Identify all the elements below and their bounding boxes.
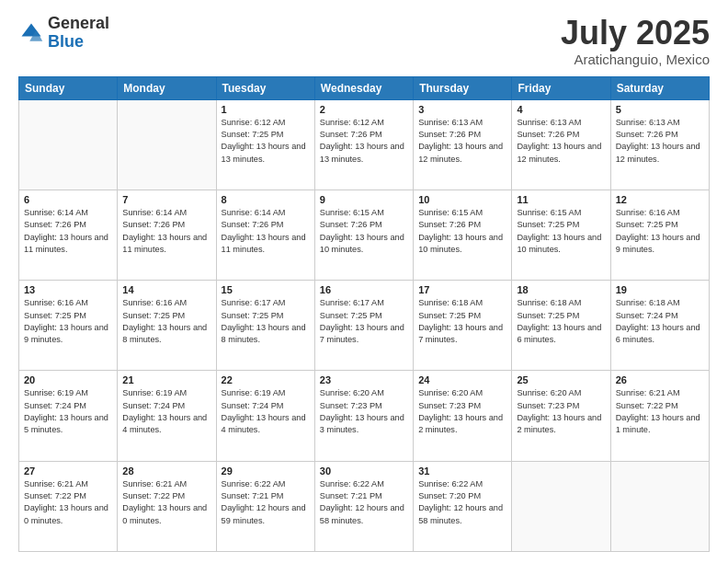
table-row: 9Sunrise: 6:15 AM Sunset: 7:26 PM Daylig… [314, 190, 413, 280]
day-info: Sunrise: 6:15 AM Sunset: 7:26 PM Dayligh… [320, 207, 408, 256]
day-info: Sunrise: 6:14 AM Sunset: 7:26 PM Dayligh… [222, 207, 310, 256]
day-info: Sunrise: 6:18 AM Sunset: 7:25 PM Dayligh… [517, 297, 605, 346]
day-number: 13 [24, 284, 112, 295]
day-number: 27 [24, 465, 112, 477]
table-row [118, 99, 216, 190]
day-number: 25 [517, 374, 605, 385]
table-row: 5Sunrise: 6:13 AM Sunset: 7:26 PM Daylig… [610, 99, 709, 190]
day-info: Sunrise: 6:21 AM Sunset: 7:22 PM Dayligh… [616, 387, 704, 436]
day-info: Sunrise: 6:21 AM Sunset: 7:22 PM Dayligh… [24, 478, 112, 527]
calendar-week-5: 27Sunrise: 6:21 AM Sunset: 7:22 PM Dayli… [19, 461, 710, 551]
day-info: Sunrise: 6:16 AM Sunset: 7:25 PM Dayligh… [24, 297, 112, 346]
calendar-week-4: 20Sunrise: 6:19 AM Sunset: 7:24 PM Dayli… [19, 371, 710, 461]
table-row: 25Sunrise: 6:20 AM Sunset: 7:23 PM Dayli… [512, 371, 610, 461]
day-info: Sunrise: 6:13 AM Sunset: 7:26 PM Dayligh… [616, 117, 704, 166]
logo-general: General [48, 14, 109, 32]
day-number: 24 [418, 374, 506, 385]
col-sunday: Sunday [19, 76, 118, 99]
day-info: Sunrise: 6:20 AM Sunset: 7:23 PM Dayligh… [418, 387, 506, 436]
table-row: 14Sunrise: 6:16 AM Sunset: 7:25 PM Dayli… [118, 281, 216, 371]
header: General Blue July 2025 Aratichanguio, Me… [18, 15, 710, 67]
page: General Blue July 2025 Aratichanguio, Me… [0, 0, 728, 563]
day-number: 11 [517, 194, 605, 205]
col-saturday: Saturday [610, 76, 709, 99]
day-info: Sunrise: 6:16 AM Sunset: 7:25 PM Dayligh… [122, 297, 210, 346]
day-number: 1 [222, 104, 310, 115]
table-row: 6Sunrise: 6:14 AM Sunset: 7:26 PM Daylig… [19, 190, 118, 280]
day-info: Sunrise: 6:19 AM Sunset: 7:24 PM Dayligh… [122, 387, 210, 436]
day-number: 28 [122, 465, 210, 477]
table-row: 23Sunrise: 6:20 AM Sunset: 7:23 PM Dayli… [314, 371, 413, 461]
day-number: 31 [418, 465, 506, 477]
table-row: 10Sunrise: 6:15 AM Sunset: 7:26 PM Dayli… [414, 190, 512, 280]
day-info: Sunrise: 6:12 AM Sunset: 7:26 PM Dayligh… [320, 117, 408, 166]
col-thursday: Thursday [414, 76, 512, 99]
table-row: 27Sunrise: 6:21 AM Sunset: 7:22 PM Dayli… [19, 461, 118, 551]
day-number: 26 [616, 374, 704, 385]
day-info: Sunrise: 6:14 AM Sunset: 7:26 PM Dayligh… [24, 207, 112, 256]
day-number: 5 [616, 104, 704, 115]
day-info: Sunrise: 6:20 AM Sunset: 7:23 PM Dayligh… [320, 387, 408, 436]
table-row: 7Sunrise: 6:14 AM Sunset: 7:26 PM Daylig… [118, 190, 216, 280]
col-tuesday: Tuesday [216, 76, 314, 99]
month-title: July 2025 [561, 15, 710, 52]
calendar-header-row: Sunday Monday Tuesday Wednesday Thursday… [19, 76, 710, 99]
table-row: 19Sunrise: 6:18 AM Sunset: 7:24 PM Dayli… [610, 281, 709, 371]
day-number: 15 [222, 284, 310, 295]
table-row: 30Sunrise: 6:22 AM Sunset: 7:21 PM Dayli… [314, 461, 413, 551]
day-number: 19 [616, 284, 704, 295]
calendar-week-2: 6Sunrise: 6:14 AM Sunset: 7:26 PM Daylig… [19, 190, 710, 280]
day-number: 2 [320, 104, 408, 115]
day-info: Sunrise: 6:13 AM Sunset: 7:26 PM Dayligh… [517, 117, 605, 166]
day-info: Sunrise: 6:17 AM Sunset: 7:25 PM Dayligh… [222, 297, 310, 346]
day-number: 22 [222, 374, 310, 385]
logo-blue: Blue [48, 32, 84, 51]
day-number: 12 [616, 194, 704, 205]
table-row [19, 99, 118, 190]
day-number: 9 [320, 194, 408, 205]
day-info: Sunrise: 6:13 AM Sunset: 7:26 PM Dayligh… [418, 117, 506, 166]
table-row: 4Sunrise: 6:13 AM Sunset: 7:26 PM Daylig… [512, 99, 610, 190]
table-row: 8Sunrise: 6:14 AM Sunset: 7:26 PM Daylig… [216, 190, 314, 280]
calendar-week-1: 1Sunrise: 6:12 AM Sunset: 7:25 PM Daylig… [19, 99, 710, 190]
day-number: 14 [122, 284, 210, 295]
day-number: 21 [122, 374, 210, 385]
table-row: 2Sunrise: 6:12 AM Sunset: 7:26 PM Daylig… [314, 99, 413, 190]
location: Aratichanguio, Mexico [561, 52, 710, 67]
day-number: 30 [320, 465, 408, 477]
day-info: Sunrise: 6:19 AM Sunset: 7:24 PM Dayligh… [24, 387, 112, 436]
day-info: Sunrise: 6:17 AM Sunset: 7:25 PM Dayligh… [320, 297, 408, 346]
day-number: 18 [517, 284, 605, 295]
day-number: 10 [418, 194, 506, 205]
calendar-table: Sunday Monday Tuesday Wednesday Thursday… [18, 76, 710, 552]
logo-icon [18, 20, 44, 46]
table-row: 11Sunrise: 6:15 AM Sunset: 7:25 PM Dayli… [512, 190, 610, 280]
day-number: 23 [320, 374, 408, 385]
table-row: 13Sunrise: 6:16 AM Sunset: 7:25 PM Dayli… [19, 281, 118, 371]
col-friday: Friday [512, 76, 610, 99]
day-info: Sunrise: 6:19 AM Sunset: 7:24 PM Dayligh… [222, 387, 310, 436]
day-number: 29 [222, 465, 310, 477]
day-info: Sunrise: 6:14 AM Sunset: 7:26 PM Dayligh… [122, 207, 210, 256]
day-info: Sunrise: 6:15 AM Sunset: 7:25 PM Dayligh… [517, 207, 605, 256]
day-info: Sunrise: 6:15 AM Sunset: 7:26 PM Dayligh… [418, 207, 506, 256]
day-info: Sunrise: 6:16 AM Sunset: 7:25 PM Dayligh… [616, 207, 704, 256]
table-row: 16Sunrise: 6:17 AM Sunset: 7:25 PM Dayli… [314, 281, 413, 371]
day-number: 8 [222, 194, 310, 205]
day-info: Sunrise: 6:12 AM Sunset: 7:25 PM Dayligh… [222, 117, 310, 166]
table-row: 3Sunrise: 6:13 AM Sunset: 7:26 PM Daylig… [414, 99, 512, 190]
table-row: 31Sunrise: 6:22 AM Sunset: 7:20 PM Dayli… [414, 461, 512, 551]
day-info: Sunrise: 6:21 AM Sunset: 7:22 PM Dayligh… [122, 478, 210, 527]
day-number: 6 [24, 194, 112, 205]
day-number: 4 [517, 104, 605, 115]
title-block: July 2025 Aratichanguio, Mexico [561, 15, 710, 67]
day-number: 3 [418, 104, 506, 115]
day-number: 7 [122, 194, 210, 205]
day-number: 16 [320, 284, 408, 295]
day-info: Sunrise: 6:22 AM Sunset: 7:21 PM Dayligh… [222, 478, 310, 527]
day-info: Sunrise: 6:22 AM Sunset: 7:21 PM Dayligh… [320, 478, 408, 527]
table-row: 22Sunrise: 6:19 AM Sunset: 7:24 PM Dayli… [216, 371, 314, 461]
col-wednesday: Wednesday [314, 76, 413, 99]
day-info: Sunrise: 6:18 AM Sunset: 7:25 PM Dayligh… [418, 297, 506, 346]
logo: General Blue [18, 15, 109, 52]
